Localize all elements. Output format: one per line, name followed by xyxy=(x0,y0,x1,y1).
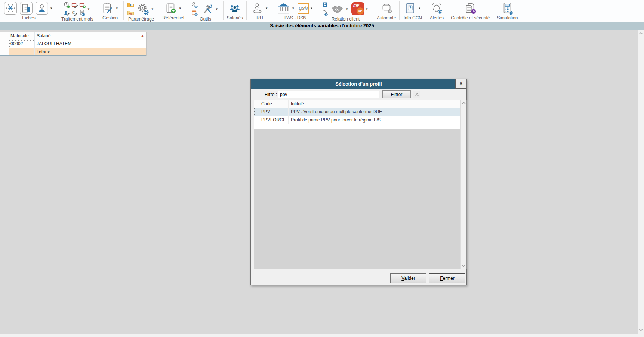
ribbon-group-simulation: Simulation xyxy=(493,0,521,22)
calendar-check-icon[interactable] xyxy=(79,1,86,9)
dsn-logo[interactable]: DSN xyxy=(298,3,309,14)
chevron-down-icon[interactable] xyxy=(50,6,54,10)
document-eye-icon[interactable] xyxy=(79,9,86,16)
contact-card-icon[interactable] xyxy=(321,1,329,9)
bell-gear-icon[interactable] xyxy=(429,1,444,15)
column-header-intitule[interactable]: Intitulé xyxy=(289,100,460,108)
ribbon-group-label[interactable]: Référentiel xyxy=(163,15,184,21)
profile-row[interactable]: PPV PPV : Verst unique ou multiple confo… xyxy=(254,108,460,116)
calculator-gear-icon[interactable] xyxy=(500,1,514,15)
employee-grid-header: Matricule Salarié xyxy=(0,32,146,40)
filter-input[interactable] xyxy=(278,91,379,98)
chevron-down-icon[interactable] xyxy=(216,7,220,11)
close-button[interactable]: X xyxy=(455,79,466,89)
clock-check-icon[interactable] xyxy=(63,1,71,9)
horizontal-scrollbar[interactable] xyxy=(0,334,644,337)
svg-text:%: % xyxy=(129,12,132,15)
ribbon-group-salaries: Salariés xyxy=(224,0,246,22)
chevron-down-icon[interactable] xyxy=(292,6,296,10)
chevron-down-icon[interactable] xyxy=(311,6,314,10)
empty-row-area xyxy=(254,124,460,129)
profile-row[interactable]: PPVFORCE Profil de prime PPV pour forcer… xyxy=(254,116,460,124)
euro-edit-icon[interactable]: € xyxy=(71,9,78,16)
scroll-down-icon[interactable] xyxy=(639,328,643,331)
folder-eye-icon[interactable] xyxy=(127,1,135,9)
ribbon-group-automate: Automate xyxy=(373,0,399,22)
handshake-icon[interactable] xyxy=(330,2,345,16)
robot-icon[interactable] xyxy=(379,1,394,15)
profile-code-cell[interactable]: PPV xyxy=(260,108,289,116)
sort-ascending-icon[interactable] xyxy=(141,34,144,38)
hammer-wrench-icon[interactable] xyxy=(200,2,215,16)
book-plus-icon[interactable] xyxy=(164,1,178,15)
ribbon-group-label[interactable]: Alertes xyxy=(430,15,444,21)
ribbon-group-referentiel: Référentiel xyxy=(159,0,188,22)
ribbon-group-label[interactable]: Gestion xyxy=(102,15,118,21)
phone-gear-icon[interactable] xyxy=(321,9,329,16)
employee-row[interactable]: 00002 JALOULI HATEM xyxy=(0,40,146,48)
ribbon-group-label[interactable]: Outils xyxy=(200,16,211,22)
row-selector-cell xyxy=(254,100,260,108)
ribbon-group-label[interactable]: Info CCN xyxy=(404,15,422,21)
ribbon-group-label[interactable]: Salariés xyxy=(227,15,243,21)
ribbon-group-gestion: Gestion xyxy=(97,0,123,22)
person-eye-icon[interactable] xyxy=(191,1,199,9)
profile-code-cell[interactable]: PPVFORCE xyxy=(260,116,289,124)
row-selector-cell[interactable] xyxy=(0,32,9,40)
salarie-cell[interactable]: JALOULI HATEM xyxy=(35,40,146,48)
ribbon-group-label[interactable]: Paramétrage xyxy=(128,16,154,22)
clear-filter-button[interactable] xyxy=(413,91,420,98)
matricule-cell[interactable]: 00002 xyxy=(9,40,35,48)
column-header-salarie[interactable]: Salarié xyxy=(35,32,146,40)
people-icon[interactable] xyxy=(228,1,242,15)
calendar-edit-icon[interactable] xyxy=(71,1,78,9)
row-selector-cell[interactable] xyxy=(254,116,260,124)
scroll-up-icon[interactable] xyxy=(639,32,643,36)
column-header-matricule[interactable]: Matricule xyxy=(9,32,35,40)
ribbon-group-label[interactable]: Traitement mois xyxy=(61,16,93,22)
close-dialog-button[interactable]: Fermer xyxy=(429,273,465,283)
profile-intitule-cell[interactable]: Profil de prime PPV pour forcer le régim… xyxy=(289,116,460,124)
chevron-down-icon[interactable] xyxy=(346,7,350,11)
employee-grid: Matricule Salarié 00002 JALOULI HATEM To… xyxy=(0,32,147,56)
chevron-down-icon[interactable] xyxy=(152,7,155,11)
company-icon[interactable] xyxy=(19,1,33,15)
filter-button[interactable]: Filtrer xyxy=(382,90,411,98)
person-hand-icon[interactable] xyxy=(250,1,264,15)
gears-icon[interactable] xyxy=(136,2,150,16)
documents-clock-icon[interactable] xyxy=(463,1,477,15)
chevron-down-icon[interactable] xyxy=(266,6,269,10)
list-scrollbar[interactable] xyxy=(460,100,466,269)
ribbon-group-label[interactable]: RH xyxy=(256,15,263,21)
hub-icon[interactable] xyxy=(3,1,18,15)
validate-button[interactable]: Valider xyxy=(390,273,426,283)
ribbon-group-label[interactable]: Simulation xyxy=(497,15,518,21)
scroll-up-icon[interactable] xyxy=(462,102,466,106)
chevron-down-icon[interactable] xyxy=(116,6,120,10)
column-header-code[interactable]: Code xyxy=(260,100,289,108)
chevron-down-icon[interactable] xyxy=(88,7,92,11)
myae-logo[interactable]: my ae xyxy=(351,2,364,15)
calendar-eye-icon[interactable] xyxy=(191,9,199,16)
profile-list-header: Code Intitulé xyxy=(254,100,460,108)
book-question-icon[interactable]: ? xyxy=(403,1,417,15)
profile-intitule-cell[interactable]: PPV : Verst unique ou multiple conforme … xyxy=(289,108,460,116)
ribbon-group-label[interactable]: Automate xyxy=(377,15,396,21)
vertical-scrollbar[interactable] xyxy=(638,30,644,334)
row-selector-cell[interactable] xyxy=(254,108,260,116)
scroll-down-icon[interactable] xyxy=(462,263,466,267)
person-edit-icon[interactable] xyxy=(63,9,71,16)
bank-icon[interactable] xyxy=(277,1,291,15)
chevron-down-icon[interactable] xyxy=(419,6,422,10)
chevron-down-icon[interactable] xyxy=(366,7,370,11)
ribbon-group-outils: Outils xyxy=(188,0,223,22)
notepad-icon[interactable] xyxy=(101,1,115,15)
ribbon-group-label[interactable]: PAS - DSN xyxy=(284,15,306,21)
ribbon-group-label[interactable]: Contrôle et sécurité xyxy=(451,15,490,21)
ribbon-group-label[interactable]: Fiches xyxy=(22,15,35,21)
row-selector-cell[interactable] xyxy=(0,40,9,48)
ribbon-group-label[interactable]: Relation client xyxy=(332,16,360,22)
person-icon[interactable] xyxy=(35,1,49,15)
chevron-down-icon[interactable] xyxy=(179,6,183,10)
folder-percent-icon[interactable]: % xyxy=(127,9,135,16)
